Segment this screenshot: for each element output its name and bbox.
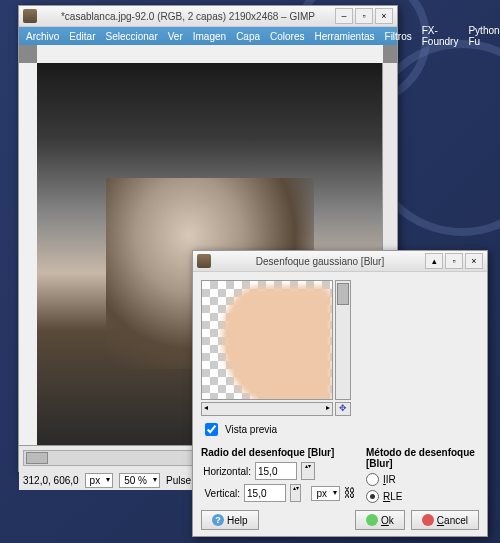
chain-icon[interactable]: ⛓ [344,486,356,500]
help-button[interactable]: ? Help [201,510,259,530]
horizontal-input[interactable] [255,462,297,480]
ok-icon [366,514,378,526]
maximize-button[interactable]: ▫ [355,8,373,24]
menu-bar: Archivo Editar Seleccionar Ver Imagen Ca… [19,27,397,45]
menu-fxfoundry[interactable]: FX-Foundry [417,25,464,47]
ok-button[interactable]: Ok [355,510,405,530]
menu-editar[interactable]: Editar [64,31,100,42]
dialog-titlebar[interactable]: Desenfoque gaussiano [Blur] ▴ ▫ × [193,251,487,272]
dialog-shade-button[interactable]: ▴ [425,253,443,269]
horizontal-spinner[interactable]: ▴▾ [301,462,315,480]
dialog-body: ✥ Vista previa Radio del desenfoque [Blu… [193,272,487,528]
minimize-button[interactable]: – [335,8,353,24]
preview-label: Vista previa [225,424,277,435]
menu-imagen[interactable]: Imagen [188,31,231,42]
pointer-coords: 312,0, 606,0 [23,475,79,486]
vertical-label: Vertical: [201,488,240,499]
ruler-horizontal[interactable] [37,45,383,64]
menu-archivo[interactable]: Archivo [21,31,64,42]
vertical-spinner[interactable]: ▴▾ [290,484,301,502]
dialog-title: Desenfoque gaussiano [Blur] [215,256,425,267]
main-titlebar[interactable]: *casablanca.jpg-92.0 (RGB, 2 capas) 2190… [19,6,397,27]
radius-heading: Radio del desenfoque [Blur] [201,447,334,458]
rle-label: RLE [383,491,402,502]
preview-checkbox[interactable] [205,423,218,436]
ruler-vertical[interactable] [19,63,38,445]
gimp-icon [23,9,37,23]
horizontal-label: Horizontal: [201,466,251,477]
preview-nav-icon[interactable]: ✥ [335,402,351,416]
help-icon: ? [212,514,224,526]
menu-colores[interactable]: Colores [265,31,309,42]
gimp-icon [197,254,211,268]
zoom-combo[interactable]: 50 % [119,473,160,488]
menu-pythonfu[interactable]: Python-Fu [463,25,500,47]
preview-canvas[interactable] [201,280,333,400]
iir-radio[interactable] [366,473,379,486]
close-button[interactable]: × [375,8,393,24]
cancel-button[interactable]: Cancel [411,510,479,530]
menu-seleccionar[interactable]: Seleccionar [100,31,162,42]
main-title: *casablanca.jpg-92.0 (RGB, 2 capas) 2190… [41,11,335,22]
menu-herramientas[interactable]: Herramientas [310,31,380,42]
unit-combo[interactable]: px [85,473,114,488]
cancel-icon [422,514,434,526]
iir-label: IIIRIR [383,474,396,485]
rle-radio[interactable] [366,490,379,503]
vertical-input[interactable] [244,484,286,502]
blur-dialog: Desenfoque gaussiano [Blur] ▴ ▫ × ✥ Vist… [192,250,488,537]
method-heading: Método de desenfoque [Blur] [366,447,475,469]
dialog-max-button[interactable]: ▫ [445,253,463,269]
menu-filtros[interactable]: Filtros [380,31,417,42]
blur-unit-combo[interactable]: px [311,486,340,501]
preview-scroll-h[interactable] [201,402,333,416]
dialog-close-button[interactable]: × [465,253,483,269]
preview-image [222,286,332,400]
menu-ver[interactable]: Ver [163,31,188,42]
menu-capa[interactable]: Capa [231,31,265,42]
preview-scroll-v[interactable] [335,280,351,400]
